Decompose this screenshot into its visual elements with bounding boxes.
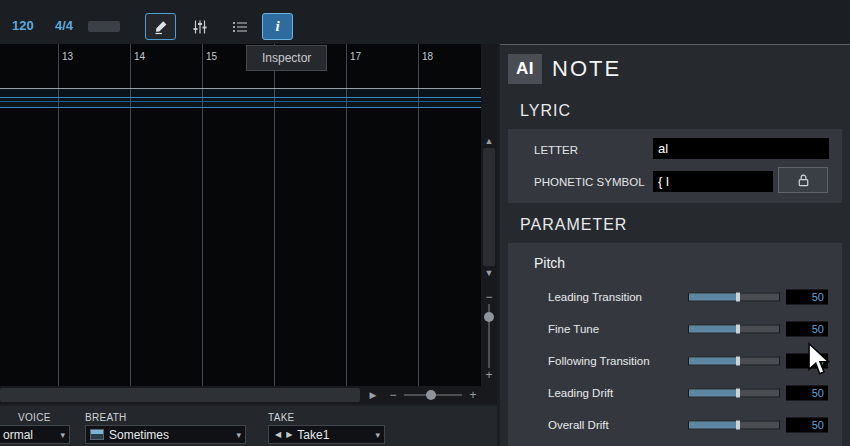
parameter-row: Following Transition 50 [508, 345, 842, 377]
parameter-slider[interactable] [688, 325, 780, 334]
slider-fill [689, 422, 736, 429]
slider-fill [689, 294, 736, 301]
phoneme-lock-button[interactable] [778, 167, 828, 193]
parameter-slider[interactable] [688, 421, 780, 430]
time-signature-display[interactable]: 4/4 [55, 18, 73, 33]
level-meter-display [88, 21, 120, 32]
vocal-editor-window: 120 4/4 [0, 0, 850, 446]
mixer-icon [192, 19, 208, 35]
horizontal-zoom-slider[interactable] [404, 394, 462, 396]
slider-handle[interactable] [736, 389, 740, 398]
inspector-toggle-button[interactable]: i [262, 13, 293, 40]
vertical-zoom-out-button[interactable]: − [481, 290, 497, 304]
breath-label: BREATH [85, 412, 127, 423]
take-selector[interactable]: ◀ ▶ Take1 ▾ [268, 425, 385, 444]
horizontal-zoom-knob[interactable] [426, 390, 436, 400]
inspector-tooltip: Inspector [246, 45, 327, 71]
slider-handle[interactable] [736, 421, 740, 430]
horizontal-scroll-thumb[interactable] [0, 388, 360, 402]
parameter-value[interactable]: 50 [786, 354, 828, 369]
vertical-zoom-in-button[interactable]: + [481, 368, 497, 382]
pitch-band [0, 89, 481, 107]
chevron-down-icon: ▾ [236, 430, 241, 440]
parameter-label: Leading Transition [548, 291, 642, 303]
parameter-label: Overall Drift [548, 419, 609, 431]
parameter-slider[interactable] [688, 389, 780, 398]
scroll-down-icon[interactable]: ▼ [481, 268, 497, 278]
info-icon: i [275, 18, 279, 35]
parameter-rows: Leading Transition 50 Fine Tune 50 [508, 281, 842, 441]
tempo-display[interactable]: 120 [12, 18, 34, 33]
voice-label: VOICE [18, 412, 51, 423]
scroll-up-icon[interactable]: ▲ [481, 136, 497, 146]
measure-number: 18 [422, 51, 433, 62]
slider-fill [689, 326, 736, 333]
vertical-scroll-thumb[interactable] [483, 148, 495, 266]
list-icon [232, 20, 248, 34]
parameter-label: Fine Tune [548, 323, 599, 335]
lyric-section-header: LYRIC [520, 102, 571, 120]
measure-number: 15 [206, 51, 217, 62]
pitch-guide-line [0, 107, 481, 108]
inspector-panel: AI NOTE LYRIC LETTER PHONETIC SYMBOL PAR… [500, 45, 850, 446]
parameter-section-header: PARAMETER [520, 216, 627, 234]
chevron-down-icon: ▾ [375, 430, 380, 440]
pitch-group-title: Pitch [534, 255, 565, 271]
previous-take-icon[interactable]: ◀ [275, 430, 281, 439]
list-button[interactable] [224, 13, 255, 40]
measure-number: 14 [134, 51, 145, 62]
parameter-row: Leading Transition 50 [508, 281, 842, 313]
pitch-guide-line [0, 101, 481, 102]
phonetic-symbol-label: PHONETIC SYMBOL [534, 176, 645, 188]
horizontal-zoom-in-button[interactable]: + [467, 386, 479, 404]
parameter-value[interactable]: 50 [786, 386, 828, 401]
horizontal-scrollbar[interactable]: ▶ − + [0, 386, 497, 404]
chevron-down-icon: ▾ [60, 430, 65, 440]
phonetic-symbol-input[interactable] [653, 171, 773, 192]
letter-input[interactable] [653, 138, 829, 159]
breath-dropdown[interactable]: Sometimes ▾ [85, 425, 246, 444]
parameter-row: Fine Tune 50 [508, 313, 842, 345]
parameter-row: Leading Drift 50 [508, 377, 842, 409]
lock-icon [796, 173, 811, 188]
pencil-icon [153, 19, 169, 35]
slider-handle[interactable] [736, 357, 740, 366]
parameter-label: Leading Drift [548, 387, 613, 399]
pitch-parameter-panel: Pitch Leading Transition 50 Fine Tune [508, 243, 842, 446]
horizontal-zoom-out-button[interactable]: − [387, 386, 399, 404]
next-take-icon[interactable]: ▶ [286, 430, 292, 439]
slider-fill [689, 358, 736, 365]
voice-value: ormal [3, 428, 33, 442]
measure-number: 13 [62, 51, 73, 62]
parameter-slider[interactable] [688, 357, 780, 366]
pitch-guide-line [0, 97, 481, 98]
piano-roll-grid[interactable]: 13 14 15 17 18 [0, 44, 481, 386]
vertical-scrollbar[interactable]: ▲ ▼ − + [481, 44, 497, 386]
breath-value: Sometimes [109, 428, 169, 442]
vertical-zoom-slider[interactable] [488, 304, 490, 368]
take-value: Take1 [297, 428, 329, 442]
lyric-panel: LETTER PHONETIC SYMBOL [508, 129, 842, 203]
pitch-guide-line [0, 88, 481, 89]
take-label: TAKE [268, 412, 295, 423]
parameter-value[interactable]: 50 [786, 290, 828, 305]
vertical-zoom-knob[interactable] [484, 312, 494, 322]
toolbar: 120 4/4 [0, 0, 850, 44]
voice-dropdown[interactable]: ormal ▾ [0, 425, 70, 444]
parameter-value[interactable]: 50 [786, 322, 828, 337]
parameter-label: Following Transition [548, 355, 650, 367]
note-property-bar: VOICE ormal ▾ BREATH Sometimes ▾ TAKE ◀ … [0, 406, 497, 446]
measure-number: 17 [350, 51, 361, 62]
parameter-value[interactable]: 50 [786, 418, 828, 433]
breath-icon [90, 429, 104, 440]
mixer-button[interactable] [184, 13, 215, 40]
ai-badge: AI [508, 54, 542, 84]
parameter-slider[interactable] [688, 293, 780, 302]
parameter-row: Overall Drift 50 [508, 409, 842, 441]
pencil-tool-button[interactable] [145, 13, 176, 40]
slider-handle[interactable] [736, 293, 740, 302]
slider-fill [689, 390, 736, 397]
auto-scroll-icon[interactable]: ▶ [366, 386, 380, 404]
letter-label: LETTER [534, 144, 578, 156]
slider-handle[interactable] [736, 325, 740, 334]
